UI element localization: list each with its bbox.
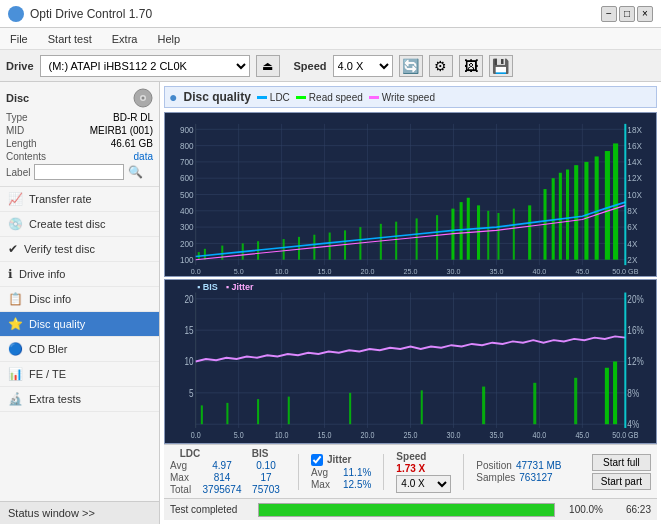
sidebar-item-extra-tests[interactable]: 🔬 Extra tests	[0, 387, 159, 412]
sidebar-item-cd-bler[interactable]: 🔵 CD Bler	[0, 337, 159, 362]
svg-text:20: 20	[185, 294, 194, 305]
menu-help[interactable]: Help	[153, 32, 184, 46]
jitter-checkbox[interactable]	[311, 454, 323, 466]
minimize-button[interactable]: −	[601, 6, 617, 22]
disc-info-label: Disc info	[29, 293, 71, 305]
svg-rect-78	[559, 173, 562, 260]
legend-ldc: LDC	[257, 92, 290, 103]
svg-text:45.0: 45.0	[575, 430, 589, 440]
progress-bar-container	[258, 503, 555, 517]
chart-title: Disc quality	[183, 90, 250, 104]
bis-max: 17	[246, 472, 286, 483]
start-part-button[interactable]: Start part	[592, 473, 651, 490]
main-content: Disc Type BD-R DL MID MEIRB1 (001) Lengt…	[0, 82, 661, 524]
svg-text:5.0: 5.0	[234, 430, 244, 440]
status-window-button[interactable]: Status window >>	[0, 501, 159, 524]
fe-te-icon: 📊	[8, 367, 23, 381]
svg-text:600: 600	[180, 173, 194, 183]
sidebar-item-create-test-disc[interactable]: 💿 Create test disc	[0, 212, 159, 237]
sidebar-item-disc-info[interactable]: 📋 Disc info	[0, 287, 159, 312]
menu-file[interactable]: File	[6, 32, 32, 46]
speed-stat-dropdown[interactable]: 4.0 X	[396, 475, 451, 493]
ldc-max: 814	[202, 472, 242, 483]
svg-rect-64	[380, 224, 382, 260]
svg-text:2X: 2X	[627, 255, 637, 265]
svg-rect-73	[497, 213, 499, 260]
label-label: Label	[6, 167, 30, 178]
svg-rect-77	[552, 178, 555, 260]
sidebar-item-drive-info[interactable]: ℹ Drive info	[0, 262, 159, 287]
svg-text:800: 800	[180, 141, 194, 151]
label-edit-icon[interactable]: 🔍	[128, 165, 143, 179]
type-value: BD-R DL	[113, 112, 153, 123]
menu-bar: File Start test Extra Help	[0, 28, 661, 50]
sidebar-item-fe-te[interactable]: 📊 FE / TE	[0, 362, 159, 387]
drive-info-label: Drive info	[19, 268, 65, 280]
legend-write-speed-label: Write speed	[382, 92, 435, 103]
close-button[interactable]: ×	[637, 6, 653, 22]
verify-test-disc-label: Verify test disc	[24, 243, 95, 255]
svg-text:35.0: 35.0	[489, 430, 503, 440]
svg-rect-130	[533, 383, 536, 424]
disc-info-panel: Disc Type BD-R DL MID MEIRB1 (001) Lengt…	[0, 82, 159, 187]
svg-rect-82	[595, 156, 599, 259]
svg-text:8X: 8X	[627, 206, 637, 216]
verify-test-disc-icon: ✔	[8, 242, 18, 256]
svg-text:12X: 12X	[627, 173, 642, 183]
svg-text:15: 15	[185, 325, 194, 336]
svg-rect-128	[421, 390, 423, 424]
svg-rect-126	[288, 397, 290, 425]
transfer-rate-icon: 📈	[8, 192, 23, 206]
svg-text:20.0: 20.0	[361, 430, 375, 440]
image-button[interactable]: 🖼	[459, 55, 483, 77]
app-icon	[8, 6, 24, 22]
svg-rect-129	[482, 387, 485, 425]
create-test-disc-label: Create test disc	[29, 218, 105, 230]
svg-rect-132	[605, 368, 609, 424]
svg-text:25.0: 25.0	[404, 430, 418, 440]
svg-text:25.0: 25.0	[404, 267, 418, 276]
speed-label: Speed	[294, 60, 327, 72]
eject-button[interactable]: ⏏	[256, 55, 280, 77]
sidebar-item-verify-test-disc[interactable]: ✔ Verify test disc	[0, 237, 159, 262]
svg-text:200: 200	[180, 238, 194, 248]
svg-text:40.0: 40.0	[532, 267, 546, 276]
refresh-button[interactable]: 🔄	[399, 55, 423, 77]
svg-text:10X: 10X	[627, 190, 642, 200]
jitter-max-label: Max	[311, 479, 339, 490]
sidebar-item-transfer-rate[interactable]: 📈 Transfer rate	[0, 187, 159, 212]
menu-start-test[interactable]: Start test	[44, 32, 96, 46]
position-value: 47731 MB	[516, 460, 562, 471]
samples-value: 763127	[519, 472, 552, 483]
ldc-total: 3795674	[202, 484, 242, 495]
svg-text:20%: 20%	[627, 294, 643, 305]
total-label: Total	[170, 484, 198, 495]
svg-rect-125	[257, 399, 259, 424]
disc-section-title: Disc	[6, 92, 29, 104]
drive-select[interactable]: (M:) ATAPI iHBS112 2 CL0K	[40, 55, 250, 77]
stats-divider-3	[463, 454, 464, 490]
speed-select[interactable]: 4.0 X	[333, 55, 393, 77]
label-input[interactable]	[34, 164, 124, 180]
bis-avg: 0.10	[246, 460, 286, 471]
config-button[interactable]: ⚙	[429, 55, 453, 77]
legend-read-speed: Read speed	[296, 92, 363, 103]
svg-text:10: 10	[185, 356, 194, 367]
maximize-button[interactable]: □	[619, 6, 635, 22]
cd-bler-label: CD Bler	[29, 343, 68, 355]
length-value: 46.61 GB	[111, 138, 153, 149]
svg-text:5: 5	[189, 388, 194, 399]
svg-text:15.0: 15.0	[318, 430, 332, 440]
start-full-button[interactable]: Start full	[592, 454, 651, 471]
svg-text:500: 500	[180, 190, 194, 200]
chart-area: ● Disc quality LDC Read speed Write spee…	[160, 82, 661, 524]
menu-extra[interactable]: Extra	[108, 32, 142, 46]
save-button[interactable]: 💾	[489, 55, 513, 77]
speed-stat-label: Speed	[396, 451, 451, 462]
svg-text:40.0: 40.0	[532, 430, 546, 440]
position-label: Position	[476, 460, 512, 471]
sidebar-item-disc-quality[interactable]: ⭐ Disc quality	[0, 312, 159, 337]
svg-rect-65	[395, 222, 397, 260]
legend-read-speed-label: Read speed	[309, 92, 363, 103]
progress-time: 66:23	[611, 504, 651, 515]
